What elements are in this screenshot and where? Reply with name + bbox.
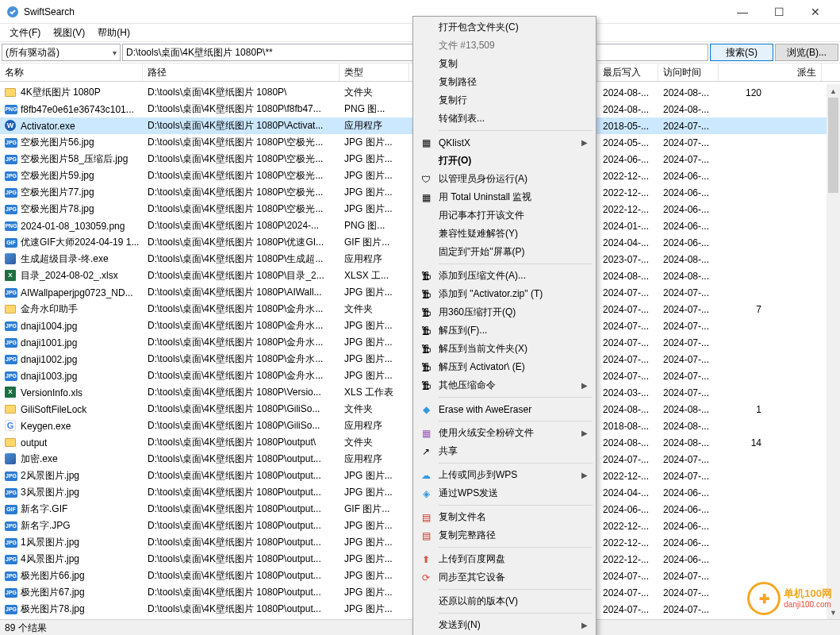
drive-combo[interactable]: (所有驱动器) ▾ [2,44,121,61]
col-derived[interactable]: 派生 [719,64,822,81]
ctx-send-to[interactable]: 发送到(N)▶ [415,616,594,634]
ctx-huorong[interactable]: ▦使用火绒安全粉碎文件▶ [415,424,594,442]
file-name: VersionInfo.xls [21,387,82,398]
maximize-button[interactable]: ☐ [761,0,797,24]
file-icon: JPG [5,187,17,199]
col-accessed[interactable]: 访问时间 [658,64,719,81]
ctx-pin-start[interactable]: 固定到"开始"屏幕(P) [415,243,594,261]
file-icon [5,253,17,266]
file-path: D:\tools\桌面\4K壁纸图片 1080P\output... [143,551,339,568]
col-name[interactable]: 名称 [0,64,143,81]
file-icon: JPG [5,137,17,149]
ctx-copy-filename[interactable]: ▤复制文件名 [415,508,594,526]
file-icon: JPG [5,337,17,349]
ctx-wps-send[interactable]: ◈通过WPS发送 [415,484,594,502]
ctx-erase[interactable]: ◆Erase with AweEraser [415,400,594,418]
ctx-total-uninstall[interactable]: ▦用 Total Uninstall 监视 [415,188,594,206]
ctx-open-360[interactable]: 🗜用360压缩打开(Q) [415,303,594,321]
file-accessed: 2024-07-... [658,134,719,151]
ctx-copy-fullpath[interactable]: ▤复制完整路径 [415,526,594,545]
ctx-restore[interactable]: 还原以前的版本(V) [415,592,594,610]
ctx-extract-folder[interactable]: 🗜解压到 Activator\ (E) [415,358,594,376]
ctx-copy-path[interactable]: 复制路径 [415,73,594,91]
file-type: 文件夹 [339,84,409,101]
file-name: 新名字.JPG [21,519,71,533]
file-accessed: 2024-07-... [658,351,719,368]
file-type: 文件夹 [339,401,409,418]
close-button[interactable]: ✕ [797,0,834,24]
ctx-open[interactable]: 打开(O) [415,152,594,170]
file-modified: 2022-12-... [598,184,658,201]
file-path: D:\tools\桌面\4K壁纸图片 1080P\金舟水... [143,351,339,368]
ctx-compat[interactable]: 兼容性疑难解答(Y) [415,225,594,243]
ctx-copy[interactable]: 复制 [415,55,594,73]
file-icon: W [5,120,17,133]
file-name: 4K壁纸图片 1080P [21,86,101,99]
file-type: JPG 图片... [339,568,409,584]
file-derived [719,484,766,501]
search-button[interactable]: 搜索(S) [710,44,773,61]
file-accessed: 2024-06-... [658,234,719,251]
file-type: GIF 图片... [339,234,409,251]
ctx-add-archive[interactable]: 🗜添加到压缩文件(A)... [415,267,594,285]
ctx-copy-row[interactable]: 复制行 [415,91,594,110]
ctx-extract-to[interactable]: 🗜解压到(F)... [415,321,594,340]
scroll-up-icon[interactable]: ▲ [827,84,840,98]
file-path: D:\tools\桌面\4K壁纸图片 1080P\output... [143,518,339,534]
col-modified[interactable]: 最后写入 [598,64,658,81]
archive-icon: 🗜 [420,288,432,301]
context-menu: 打开包含文件夹(C) 文件 #13,509 复制 复制路径 复制行 转储到表..… [412,16,596,635]
file-derived [719,501,766,518]
file-accessed: 2024-07-... [658,384,719,401]
file-name: Keygen.exe [21,421,71,432]
file-type: 应用程序 [339,451,409,468]
ctx-baidu[interactable]: ⬆上传到百度网盘 [415,550,594,568]
file-modified: 2022-12-... [598,167,658,184]
send-icon: ◈ [420,487,432,500]
file-derived [719,134,766,151]
drive-combo-label: (所有驱动器) [6,46,59,60]
file-icon: JPG [5,553,17,566]
browse-button[interactable]: 浏览(B)... [775,44,838,61]
ctx-dump-table[interactable]: 转储到表... [415,110,594,128]
vertical-scrollbar[interactable]: ▲ ▼ [827,84,840,619]
file-type: JPG 图片... [339,134,409,151]
file-path: D:\tools\桌面\4K壁纸图片 1080P\AIWall... [143,284,339,301]
file-derived [719,267,766,284]
ctx-share[interactable]: ↗共享 [415,442,594,460]
file-type: 文件夹 [339,434,409,451]
ctx-extract-here[interactable]: 🗜解压到当前文件夹(X) [415,340,594,358]
ctx-qklistx[interactable]: ▦QKlistX▶ [415,133,594,152]
col-type[interactable]: 类型 [339,64,409,81]
ctx-open-folder[interactable]: 打开包含文件夹(C) [415,18,594,37]
upload-icon: ⬆ [420,553,432,566]
ctx-add-zip[interactable]: 🗜添加到 "Activator.zip" (T) [415,285,594,303]
minimize-button[interactable]: — [724,0,761,24]
file-accessed: 2024-07-... [658,284,719,301]
col-path[interactable]: 路径 [143,64,339,81]
cloud-icon: ☁ [420,469,432,482]
ctx-sync-other[interactable]: ⟳同步至其它设备 [415,568,594,587]
menu-help[interactable]: 帮助(H) [91,25,136,41]
file-derived [719,518,766,534]
ctx-run-admin[interactable]: 🛡以管理员身份运行(A) [415,170,594,188]
shredder-icon: ▦ [420,427,432,440]
file-type: JPG 图片... [339,351,409,368]
file-modified: 2024-07-... [598,284,658,301]
ctx-other-compress[interactable]: 🗜其他压缩命令▶ [415,376,594,394]
ctx-notepad[interactable]: 用记事本打开该文件 [415,206,594,225]
file-derived [719,418,766,434]
menu-view[interactable]: 视图(V) [47,25,91,41]
file-name: f8fb47e0e61e36743c101... [21,104,134,115]
file-modified: 2023-07-... [598,251,658,267]
file-name: 目录_2024-08-02_.xlsx [21,269,118,283]
scroll-thumb[interactable] [828,98,838,193]
file-icon [5,303,17,316]
menu-file[interactable]: 文件(F) [3,25,47,41]
file-type: JPG 图片... [339,584,409,601]
file-accessed: 2024-08-... [658,101,719,117]
ctx-wps-sync[interactable]: ☁上传或同步到WPS▶ [415,466,594,484]
file-path: D:\tools\桌面\4K壁纸图片 1080P\金舟水... [143,301,339,318]
file-icon: JPG [5,370,17,383]
file-path: D:\tools\桌面\4K壁纸图片 1080P\空极光... [143,134,339,151]
